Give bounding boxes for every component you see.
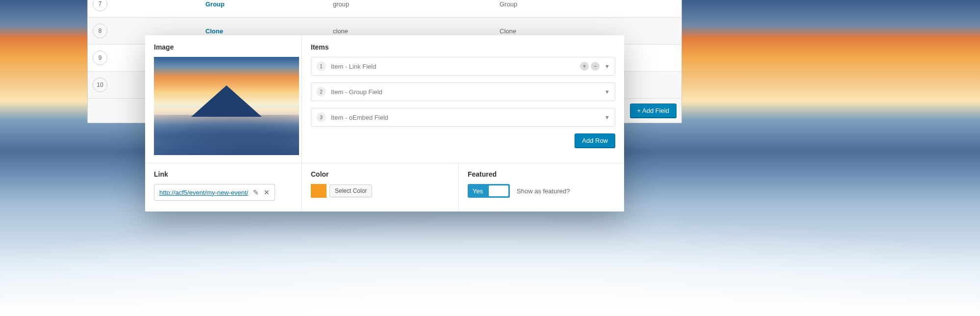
repeater-item-row[interactable]: 3 Item - oEmbed Field ▼	[311, 108, 615, 127]
select-color-button[interactable]: Select Color	[329, 184, 372, 197]
remove-link-icon[interactable]: ✕	[264, 188, 270, 196]
item-number: 2	[316, 87, 326, 97]
featured-field-cell: Featured Yes Show as featured?	[459, 163, 624, 211]
image-field-cell: Image	[145, 35, 302, 163]
row-number: 8	[93, 24, 107, 38]
field-name: clone	[333, 27, 500, 35]
link-label: Link	[154, 170, 293, 178]
image-label: Image	[154, 43, 293, 51]
collapse-icon[interactable]: ▼	[604, 114, 610, 120]
collapse-icon[interactable]: ▼	[604, 63, 610, 69]
field-label-link[interactable]: Clone	[205, 27, 333, 35]
field-type: Group	[500, 0, 517, 8]
repeater-item-row[interactable]: 2 Item - Group Field ▼	[311, 82, 615, 101]
field-label-link[interactable]: Group	[205, 0, 333, 8]
toggle-knob	[489, 185, 508, 196]
field-edit-panel: Image Items 1 Item - Link Field + − ▼ 2	[145, 35, 624, 211]
table-row[interactable]: 7 Group group Group	[88, 0, 681, 18]
item-number: 1	[316, 61, 326, 71]
link-value-box: http://acf5/event/my-new-event/ ✎ ✕	[154, 184, 275, 201]
collapse-icon[interactable]: ▼	[604, 89, 610, 95]
item-number: 3	[316, 112, 326, 122]
add-item-icon[interactable]: +	[580, 62, 589, 71]
image-thumbnail[interactable]	[154, 57, 299, 155]
items-field-cell: Items 1 Item - Link Field + − ▼ 2 Item -…	[302, 35, 624, 163]
item-label: Item - Link Field	[331, 63, 376, 70]
items-label: Items	[311, 43, 615, 51]
field-type: Clone	[500, 27, 516, 35]
repeater-item-row[interactable]: 1 Item - Link Field + − ▼	[311, 57, 615, 76]
add-field-button[interactable]: + Add Field	[630, 104, 677, 118]
featured-description: Show as featured?	[517, 187, 570, 195]
toggle-value: Yes	[473, 187, 483, 195]
field-name: group	[333, 0, 500, 8]
link-field-cell: Link http://acf5/event/my-new-event/ ✎ ✕	[145, 163, 302, 211]
color-field-cell: Color Select Color	[302, 163, 459, 211]
color-swatch[interactable]	[311, 184, 327, 198]
color-label: Color	[311, 170, 450, 178]
item-label: Item - oEmbed Field	[331, 114, 388, 121]
row-number: 9	[93, 51, 107, 65]
add-row-button[interactable]: Add Row	[575, 133, 615, 148]
remove-item-icon[interactable]: −	[591, 62, 600, 71]
edit-link-icon[interactable]: ✎	[253, 188, 259, 196]
item-label: Item - Group Field	[331, 88, 382, 96]
link-url[interactable]: http://acf5/event/my-new-event/	[159, 189, 248, 196]
featured-label: Featured	[468, 170, 615, 178]
featured-toggle[interactable]: Yes	[468, 184, 510, 198]
row-number: 7	[93, 0, 107, 11]
row-number: 10	[93, 78, 107, 92]
